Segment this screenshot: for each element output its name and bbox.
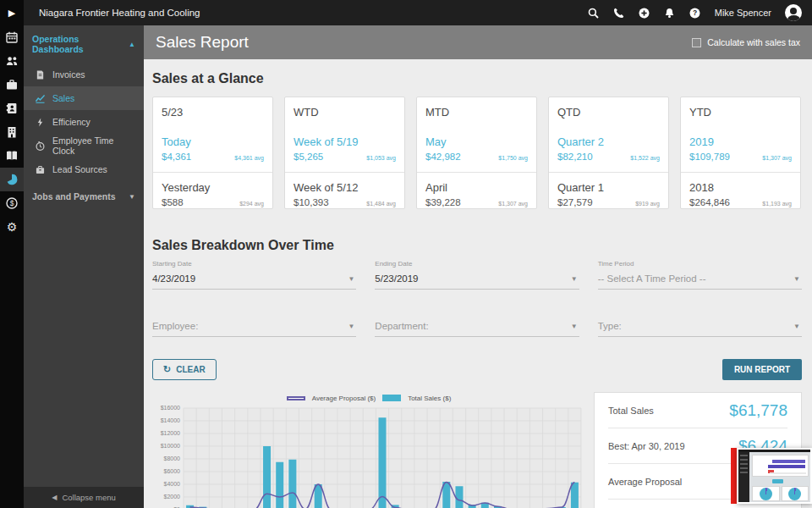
department-select[interactable]: Department:▼ xyxy=(375,318,579,337)
previous-avg: $1,484 avg xyxy=(366,201,396,207)
previous-label: 2018 xyxy=(689,181,792,194)
breakdown-filters-row1: Starting Date 4/23/2019▼ Ending Date 5/2… xyxy=(152,260,802,290)
plus-circle-icon[interactable] xyxy=(639,7,650,19)
breakdown-actions: ↻CLEAR RUN REPORT xyxy=(152,359,802,380)
glance-title: Sales at a Glance xyxy=(152,71,802,86)
current-label: Today xyxy=(162,135,264,148)
sales-chart-panel: Average Proposal ($) Total Sales ($) $0$… xyxy=(152,392,585,508)
avatar[interactable] xyxy=(785,4,802,21)
phone-icon[interactable] xyxy=(613,7,625,19)
sidebar-item-efficiency[interactable]: Efficiency xyxy=(24,110,144,134)
current-avg: $1,522 avg xyxy=(630,155,660,161)
field-label: Time Period xyxy=(598,260,802,268)
legend-line-swatch xyxy=(287,396,305,400)
starting-date-select[interactable]: 4/23/2019▼ xyxy=(152,270,356,290)
book-icon[interactable] xyxy=(0,144,24,168)
chevron-down-icon: ▼ xyxy=(793,275,800,283)
stat-total-sales: Total Sales $61,778 xyxy=(608,393,787,428)
previous-label: April xyxy=(425,181,528,194)
briefcase-icon[interactable] xyxy=(0,73,24,97)
sidebar-section-operations-dashboards[interactable]: Operations Dashboards ▲ xyxy=(24,25,144,63)
sidebar-menu: Operations Dashboards ▲ Invoices Sales E… xyxy=(24,25,144,487)
field-placeholder: Employee: xyxy=(152,321,198,331)
icon-rail: ▶ $ ⚙ xyxy=(0,0,24,508)
sidebar-item-invoices[interactable]: Invoices xyxy=(24,63,144,86)
current-avg: $1,307 avg xyxy=(762,155,792,161)
field-placeholder: Department: xyxy=(375,321,428,331)
item-label: Invoices xyxy=(52,69,85,80)
y-tick-label: $6000 xyxy=(164,468,181,474)
department-field: Department:▼ xyxy=(375,315,579,337)
previous-avg: $294 avg xyxy=(239,201,264,207)
collapse-menu-button[interactable]: ◀ Collapse menu xyxy=(24,487,144,508)
y-tick-label: $8000 xyxy=(164,456,181,461)
sales-tax-checkbox[interactable] xyxy=(692,38,701,47)
calendar-icon[interactable] xyxy=(0,25,24,49)
users-icon[interactable] xyxy=(0,49,24,73)
run-report-button[interactable]: RUN REPORT xyxy=(722,359,802,380)
page-header: Sales Report Calculate with sales tax xyxy=(144,25,812,59)
item-label: Employee Time Clock xyxy=(52,135,135,156)
breakdown-title: Sales Breakdown Over Time xyxy=(152,238,802,253)
current-value: $82,210 xyxy=(557,152,593,162)
collapse-icon: ◀ xyxy=(52,494,57,501)
company-name: Niagara Frontier Heating and Cooling xyxy=(39,8,200,18)
ending-date-select[interactable]: 5/23/2019▼ xyxy=(375,270,579,290)
current-avg: $4,361 avg xyxy=(234,155,264,161)
field-value: 4/23/2019 xyxy=(152,273,195,284)
previous-label: Week of 5/12 xyxy=(294,181,396,194)
screen-preview-overlay[interactable] xyxy=(731,448,812,504)
clear-button[interactable]: ↻CLEAR xyxy=(152,359,217,380)
glance-card-day: 5/23 Today $4,361$4,361 avg Yesterday $5… xyxy=(152,97,273,209)
total-sales-bar xyxy=(455,486,463,508)
employee-field: Employee:▼ xyxy=(152,315,356,337)
card-period: YTD xyxy=(689,106,792,119)
overlay-thumbnail[interactable] xyxy=(737,448,812,504)
bell-icon[interactable] xyxy=(664,7,676,19)
card-period: MTD xyxy=(425,106,528,119)
chevron-down-icon: ▼ xyxy=(348,275,354,283)
previous-label: Yesterday xyxy=(162,181,264,194)
help-icon[interactable]: ? xyxy=(689,7,701,19)
address-book-icon[interactable] xyxy=(0,97,24,120)
sidebar-item-sales[interactable]: Sales xyxy=(24,86,144,110)
y-tick-label: $16000 xyxy=(161,405,180,411)
field-placeholder: Type: xyxy=(598,321,622,331)
item-label: Efficiency xyxy=(52,117,91,127)
user-name[interactable]: Mike Spencer xyxy=(715,8,771,18)
section-label: Operations Dashboards xyxy=(32,34,129,54)
sidebar-item-employee-time-clock[interactable]: Employee Time Clock xyxy=(24,134,144,157)
svg-text:$: $ xyxy=(10,199,14,207)
type-select[interactable]: Type:▼ xyxy=(598,318,802,337)
current-avg: $1,053 avg xyxy=(366,155,396,161)
clock-icon xyxy=(36,141,45,151)
building-icon[interactable] xyxy=(0,120,24,144)
clear-label: CLEAR xyxy=(176,365,205,374)
report-results: Average Proposal ($) Total Sales ($) $0$… xyxy=(152,392,802,508)
glance-card-wtd: WTD Week of 5/19 $5,265$1,053 avg Week o… xyxy=(284,97,405,209)
sidebar-item-lead-sources[interactable]: Lead Sources xyxy=(24,157,144,181)
time-period-select[interactable]: -- Select A Time Period --▼ xyxy=(598,270,802,290)
sales-tax-toggle[interactable]: Calculate with sales tax xyxy=(692,37,800,47)
legend-bar-swatch xyxy=(382,395,401,401)
overlay-red-bar xyxy=(731,448,737,504)
employee-select[interactable]: Employee:▼ xyxy=(152,318,356,337)
card-period: 5/23 xyxy=(162,106,264,119)
field-value: 5/23/2019 xyxy=(375,273,418,284)
dollar-circle-icon[interactable]: $ xyxy=(0,191,24,215)
sidebar-section-jobs-and-payments[interactable]: Jobs and Payments ▼ xyxy=(24,183,144,210)
stat-label: Average Proposal xyxy=(608,477,682,487)
current-label: 2019 xyxy=(689,135,792,148)
gear-icon[interactable]: ⚙ xyxy=(0,215,24,239)
chevron-down-icon: ▼ xyxy=(348,323,354,330)
current-avg: $1,750 avg xyxy=(498,155,528,161)
chevron-down-icon: ▼ xyxy=(571,323,578,330)
pie-chart-icon[interactable] xyxy=(0,168,24,191)
search-icon[interactable] xyxy=(588,7,600,19)
total-sales-bar xyxy=(288,460,296,508)
stat-label: Total Sales xyxy=(608,406,654,416)
current-value: $109,789 xyxy=(689,152,730,162)
stat-value: $61,778 xyxy=(729,401,787,420)
y-tick-label: $14000 xyxy=(161,417,180,423)
expand-sidebar-icon[interactable]: ▶ xyxy=(0,0,24,25)
